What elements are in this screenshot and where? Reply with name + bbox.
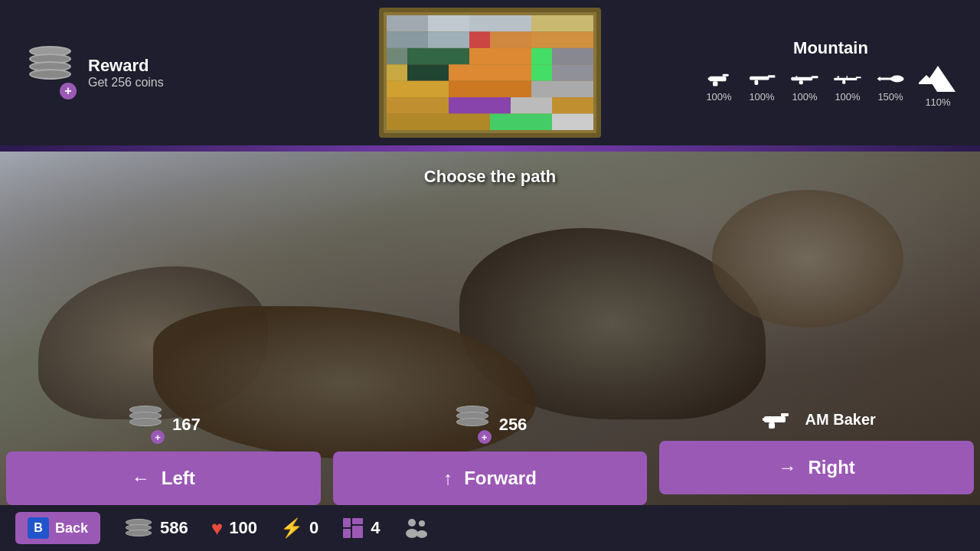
main-scene: Choose the path + 167 ← Left — [0, 152, 980, 505]
svg-rect-28 — [709, 76, 726, 80]
forward-btn-label: Forward — [464, 468, 537, 489]
svg-rect-7 — [490, 31, 531, 47]
weapon-pistol: 100% — [704, 70, 733, 103]
svg-point-63 — [416, 530, 427, 538]
svg-rect-56 — [343, 518, 351, 527]
svg-rect-33 — [768, 75, 776, 77]
mountain-icon — [919, 64, 957, 93]
weapon-rocket: 150% — [876, 70, 905, 103]
rock-3 — [712, 190, 903, 328]
svg-rect-54 — [769, 422, 775, 429]
svg-rect-45 — [847, 75, 848, 77]
mountain-pct: 110% — [925, 96, 950, 108]
svg-rect-16 — [449, 64, 531, 80]
reward-subtitle: Get 256 coins — [88, 76, 164, 90]
svg-rect-34 — [755, 80, 759, 84]
mini-map — [379, 8, 601, 138]
svg-rect-37 — [812, 76, 818, 78]
sniper-icon — [833, 70, 862, 88]
grid-stat: 4 — [341, 517, 380, 540]
top-bar: + Reward Get 256 coins — [0, 0, 980, 145]
forward-reward-amount: 256 — [499, 415, 528, 435]
reward-coins-icon: + — [23, 46, 77, 99]
svg-rect-59 — [352, 526, 363, 538]
energy-value: 0 — [309, 518, 318, 538]
forward-reward-icon: + — [453, 406, 492, 444]
heart-icon: ♥ — [211, 517, 223, 540]
svg-rect-40 — [795, 76, 797, 77]
path-option-left: + 167 ← Left — [0, 406, 327, 505]
choose-path-label: Choose the path — [424, 167, 556, 187]
svg-rect-12 — [531, 48, 552, 64]
svg-rect-14 — [387, 64, 407, 80]
svg-rect-5 — [428, 31, 469, 47]
svg-rect-41 — [834, 77, 857, 80]
svg-rect-44 — [837, 76, 839, 77]
svg-rect-26 — [490, 114, 552, 130]
svg-rect-35 — [750, 77, 754, 79]
svg-rect-1 — [428, 15, 469, 31]
left-reward-amount: 167 — [172, 415, 201, 435]
svg-rect-17 — [531, 64, 552, 80]
svg-rect-19 — [387, 81, 449, 97]
svg-rect-38 — [799, 80, 803, 84]
svg-rect-4 — [387, 31, 428, 47]
right-reward-name: AM Baker — [805, 411, 876, 429]
smg-pct: 100% — [749, 91, 774, 103]
svg-rect-42 — [856, 77, 861, 78]
pistol-pct: 100% — [706, 91, 731, 103]
left-reward-icon: + — [126, 406, 165, 444]
path-buttons-container: + 167 ← Left + 256 — [0, 406, 980, 505]
svg-rect-18 — [552, 64, 593, 80]
mountain-title: Mountain — [793, 38, 868, 58]
svg-rect-47 — [878, 77, 893, 80]
svg-rect-6 — [469, 31, 490, 47]
svg-rect-53 — [781, 413, 789, 416]
coin-plus-icon: + — [60, 83, 77, 99]
left-btn-label: Left — [162, 468, 195, 489]
people-icon — [403, 517, 430, 540]
right-btn-label: Right — [808, 457, 855, 478]
svg-rect-43 — [842, 80, 845, 84]
smg-icon — [747, 70, 776, 88]
purple-divider — [0, 145, 980, 152]
pistol-icon — [704, 70, 733, 88]
reward-section: + Reward Get 256 coins — [23, 46, 164, 99]
right-path-button[interactable]: → Right — [659, 441, 974, 494]
energy-stat: ⚡ 0 — [280, 517, 318, 539]
left-reward-plus: + — [151, 430, 165, 444]
right-arrow-icon: → — [779, 457, 797, 478]
svg-rect-25 — [387, 114, 490, 130]
path-option-forward: + 256 ↑ Forward — [327, 406, 654, 505]
svg-rect-13 — [552, 48, 593, 64]
svg-rect-57 — [352, 518, 363, 524]
right-reward-gun-icon — [758, 406, 798, 433]
svg-point-60 — [408, 519, 416, 527]
svg-marker-48 — [877, 77, 880, 81]
left-reward: + 167 — [126, 406, 201, 444]
weapon-assault-rifle: 100% — [790, 70, 819, 103]
forward-reward-plus: + — [478, 430, 492, 444]
svg-rect-58 — [343, 529, 351, 538]
forward-path-button[interactable]: ↑ Forward — [333, 452, 648, 505]
svg-rect-24 — [511, 97, 552, 113]
svg-rect-20 — [449, 81, 531, 97]
svg-rect-2 — [469, 15, 531, 31]
svg-rect-55 — [763, 418, 766, 421]
svg-rect-31 — [708, 77, 710, 80]
people-stat — [403, 517, 430, 540]
left-arrow-icon: ← — [132, 468, 150, 489]
reward-title: Reward — [88, 56, 164, 76]
coins-stat: 586 — [123, 514, 188, 542]
svg-rect-10 — [407, 48, 469, 64]
left-path-button[interactable]: ← Left — [6, 452, 321, 505]
svg-rect-0 — [387, 15, 428, 31]
weapons-row: 100% 100% — [704, 64, 957, 108]
svg-rect-23 — [449, 97, 511, 113]
assault-rifle-icon — [790, 70, 819, 88]
lightning-icon: ⚡ — [280, 517, 303, 539]
back-button[interactable]: B Back — [15, 512, 100, 544]
svg-rect-3 — [531, 15, 593, 31]
weapon-sniper: 100% — [833, 70, 862, 103]
right-reward: AM Baker — [758, 406, 876, 433]
